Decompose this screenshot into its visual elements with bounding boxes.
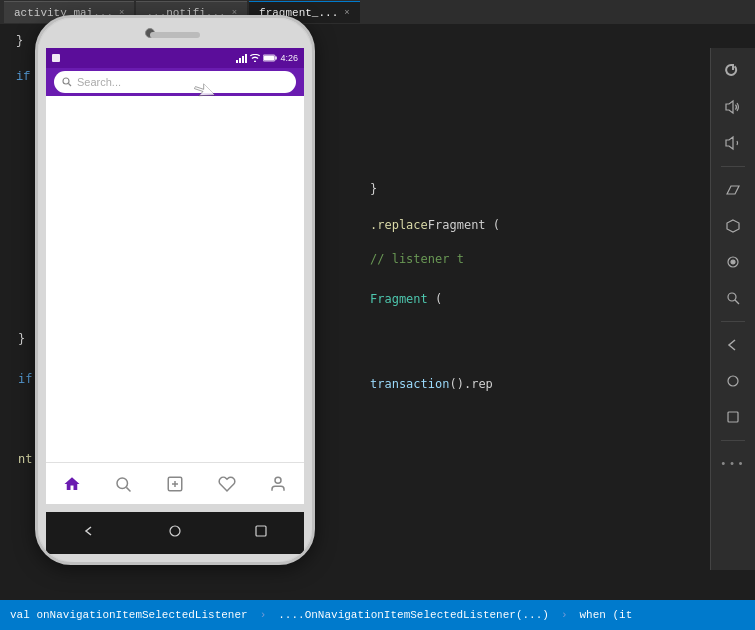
svg-point-4 (728, 293, 736, 301)
home-nav-icon (168, 524, 182, 538)
person-icon (269, 475, 287, 493)
svg-point-19 (170, 526, 180, 536)
app-status-bar: 4:26 (46, 48, 304, 68)
system-recents-button[interactable] (254, 524, 268, 542)
home-icon (63, 475, 81, 493)
toolbar-separator (721, 166, 745, 167)
breadcrumb-separator: › (561, 609, 568, 621)
tab-close-icon[interactable]: × (344, 8, 349, 18)
signal-icon (236, 54, 247, 63)
nav-item-add[interactable] (149, 463, 201, 504)
battery-icon (263, 54, 277, 62)
phone-body: 4:26 Search... (38, 18, 312, 562)
back-button[interactable] (718, 330, 748, 360)
volume-up-button[interactable] (718, 92, 748, 122)
search-bar[interactable]: Search... (54, 71, 296, 93)
emulator-toolbar: ••• (710, 48, 755, 570)
svg-marker-1 (727, 220, 739, 232)
svg-line-12 (69, 84, 72, 87)
status-left (52, 54, 60, 62)
system-home-button[interactable] (168, 524, 182, 542)
svg-rect-7 (728, 412, 738, 422)
add-icon (166, 475, 184, 493)
phone-speaker (150, 32, 200, 38)
home-circle-button[interactable] (718, 366, 748, 396)
tag-button[interactable] (718, 211, 748, 241)
wifi-icon (250, 54, 260, 62)
app-content (46, 96, 304, 462)
nav-item-home[interactable] (46, 463, 98, 504)
status-breadcrumb-1: val onNavigationItemSelectedListener (10, 609, 248, 621)
app-toolbar: Search... (46, 68, 304, 96)
search-nav-icon (114, 475, 132, 493)
nav-item-search[interactable] (98, 463, 150, 504)
svg-point-6 (728, 376, 738, 386)
svg-line-14 (127, 487, 131, 491)
recents-button[interactable] (718, 402, 748, 432)
app-icon-small (52, 54, 60, 62)
toolbar-separator (721, 321, 745, 322)
svg-rect-9 (264, 56, 274, 60)
power-button[interactable] (718, 56, 748, 86)
back-nav-icon (82, 524, 96, 538)
svg-point-13 (117, 478, 128, 489)
ide-status-bar: val onNavigationItemSelectedListener › .… (0, 600, 755, 630)
svg-rect-20 (256, 526, 266, 536)
svg-marker-0 (727, 186, 739, 194)
nav-item-favorites[interactable] (201, 463, 253, 504)
toolbar-separator (721, 440, 745, 441)
bottom-nav-bar (46, 462, 304, 504)
svg-point-3 (731, 260, 735, 264)
screenshot-button[interactable] (718, 247, 748, 277)
volume-down-button[interactable] (718, 128, 748, 158)
phone-emulator: 4:26 Search... (35, 15, 315, 565)
search-placeholder: Search... (77, 76, 121, 88)
breadcrumb-separator: › (260, 609, 267, 621)
recents-nav-icon (254, 524, 268, 538)
heart-icon (218, 475, 236, 493)
more-options-button[interactable]: ••• (718, 449, 748, 479)
more-icon: ••• (720, 458, 746, 470)
svg-line-5 (735, 300, 739, 304)
status-right: 4:26 (236, 53, 298, 63)
search-icon (62, 77, 72, 87)
svg-point-18 (275, 477, 281, 483)
system-back-button[interactable] (82, 524, 96, 542)
svg-point-11 (63, 78, 69, 84)
status-time: 4:26 (280, 53, 298, 63)
status-breadcrumb-2: ....OnNavigationItemSelectedListener(...… (278, 609, 549, 621)
status-breadcrumb-3: when (it (580, 609, 633, 621)
phone-screen: 4:26 Search... (46, 48, 304, 504)
nav-item-profile[interactable] (252, 463, 304, 504)
system-nav-bar (46, 512, 304, 554)
zoom-button[interactable] (718, 283, 748, 313)
eraser-button[interactable] (718, 175, 748, 205)
